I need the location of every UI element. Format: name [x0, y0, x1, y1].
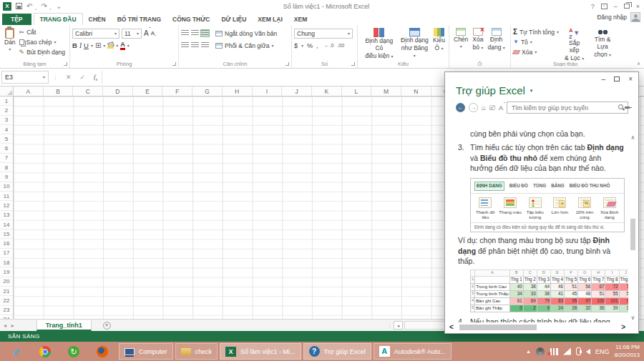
sort-filter-button[interactable]: AZ▼ Sắp xếp & Lọc ▾ [562, 27, 587, 62]
insert-function-icon[interactable]: fx [94, 73, 97, 81]
row-header[interactable]: 14 [0, 220, 13, 229]
taskbar-button[interactable]: check [175, 343, 218, 360]
dialog-launcher-icon[interactable] [64, 62, 67, 66]
taskbar-button[interactable]: Computer [119, 343, 173, 360]
taskbar-button[interactable]: Sổ làm việc1 - Mi... [220, 343, 301, 360]
signal-bars-icon[interactable] [563, 348, 571, 355]
coccoc-launcher[interactable] [59, 343, 88, 360]
column-header[interactable]: E [133, 86, 163, 96]
shrink-font-icon[interactable]: A˯ [151, 30, 157, 36]
row-header[interactable]: 3 [0, 116, 13, 125]
gallery-tab[interactable]: BẢNG [551, 183, 565, 189]
format-as-table-button[interactable]: Định dạng như Bảng ▾ [399, 27, 431, 59]
font-name-combo[interactable]: Calibri▾ [72, 29, 119, 39]
insert-cells-button[interactable]: Chèn ▾ [452, 27, 470, 49]
redo-icon[interactable]: ↷ ˯ [42, 3, 52, 10]
taskbar-button[interactable]: Trợ giúp Excel [303, 343, 371, 360]
column-header[interactable]: D [103, 86, 133, 96]
pin-icon[interactable] [625, 104, 632, 111]
show-hidden-icons-icon[interactable]: ▲ [526, 349, 531, 354]
column-header[interactable]: B [44, 86, 74, 96]
row-header[interactable]: 6 [0, 144, 13, 153]
row-header[interactable]: 2 [0, 106, 13, 115]
row-header[interactable]: 19 [0, 267, 13, 277]
row-header[interactable]: 9 [0, 172, 13, 182]
sheet-prev-icon[interactable]: ◂ ▸ [4, 322, 14, 329]
paste-button[interactable]: Dán ▾ [2, 27, 18, 52]
minimize-button[interactable]: – [614, 3, 618, 10]
increase-decimal-icon[interactable]: ←.0 [325, 43, 334, 48]
align-left-icon[interactable] [181, 42, 189, 49]
help-icon[interactable]: ? [591, 3, 595, 10]
tray-app-icon[interactable] [536, 347, 545, 356]
horizontal-scrollbar[interactable]: ⋮ ◂ [386, 321, 452, 330]
clock[interactable]: 11:08 PM 8/20/2013 [614, 344, 640, 359]
merge-center-label[interactable]: Phối & Căn giữa [225, 42, 269, 49]
taskbar-button[interactable]: Autodesk® Auto... [374, 343, 452, 360]
row-header[interactable]: 4 [0, 125, 13, 134]
font-color-icon[interactable]: A [120, 41, 125, 50]
ribbon-display-options-icon[interactable]: ^ [601, 4, 608, 9]
row-header[interactable]: 5 [0, 134, 13, 144]
speaker-icon[interactable] [586, 349, 590, 355]
ribbon-tab[interactable]: XEM LẠI [252, 14, 288, 25]
chevron-down-icon[interactable]: ▾ [530, 88, 533, 93]
scroll-thumb[interactable] [459, 325, 537, 330]
select-all-corner[interactable] [0, 86, 14, 97]
decrease-decimal-icon[interactable]: .00 [337, 43, 344, 48]
qat-customize-icon[interactable]: ⌄ [56, 3, 62, 10]
number-format-combo[interactable]: Chung▾ [294, 29, 353, 39]
currency-icon[interactable]: $ [294, 42, 298, 49]
row-header[interactable]: 15 [0, 229, 13, 239]
ribbon-tab[interactable]: XEM [288, 14, 313, 25]
row-header[interactable]: 11 [0, 192, 13, 201]
column-header[interactable]: L [342, 86, 372, 96]
align-right-icon[interactable] [201, 42, 209, 49]
print-icon[interactable]: ⎚ [489, 104, 495, 112]
autosum-button[interactable]: ΣTự Tính tổng▾ [513, 27, 559, 37]
column-header[interactable]: F [162, 86, 192, 96]
gallery-item[interactable]: 10% trên cùng [572, 197, 597, 220]
enter-icon[interactable]: ✓ [80, 74, 86, 81]
collapse-ribbon-icon[interactable]: ∧ [637, 61, 640, 66]
scroll-left-icon[interactable]: < [449, 324, 454, 331]
align-top-icon[interactable] [181, 30, 189, 36]
help-search-input[interactable] [510, 104, 618, 112]
grow-font-icon[interactable]: A [144, 29, 149, 37]
close-button[interactable]: × [628, 75, 633, 83]
row-header[interactable]: 16 [0, 239, 13, 248]
firefox-launcher[interactable] [88, 343, 117, 360]
borders-icon[interactable]: ⊞ [95, 42, 101, 49]
row-header[interactable]: 12 [0, 201, 13, 210]
italic-button[interactable]: I [79, 42, 82, 49]
cell-styles-button[interactable]: Kiểu Ô ▾ [431, 27, 447, 53]
scroll-down-icon[interactable]: ∨ [631, 315, 635, 321]
close-button[interactable]: × [636, 3, 640, 10]
chrome-launcher[interactable] [31, 343, 59, 360]
gallery-item[interactable]: Thanh dữ liệu [473, 197, 498, 220]
wrap-text-label[interactable]: Ngắt dòng Văn bản [225, 30, 277, 37]
align-center-icon[interactable] [191, 42, 199, 49]
gallery-tab[interactable]: TỔNG [533, 183, 546, 189]
column-header[interactable]: I [253, 86, 283, 96]
help-horizontal-scrollbar[interactable]: < > [449, 323, 625, 332]
column-header[interactable]: G [192, 86, 223, 96]
row-header[interactable]: 17 [0, 249, 13, 258]
gallery-item[interactable]: Xóa Định dạng [597, 197, 622, 220]
merge-center-icon[interactable] [215, 43, 223, 49]
dialog-launcher-icon[interactable] [172, 62, 176, 66]
dialog-launcher-icon[interactable] [351, 62, 355, 66]
gallery-tab[interactable]: BIỂU ĐỒ THU NHỎ [570, 183, 610, 189]
row-header[interactable]: 23 [0, 306, 13, 315]
dialog-launcher-icon[interactable] [286, 62, 289, 66]
row-header[interactable]: 20 [0, 277, 13, 287]
row-header[interactable]: 21 [0, 287, 13, 296]
clear-button[interactable]: Xóa▾ [513, 47, 559, 57]
ribbon-tab[interactable]: DỮ LIỆU [215, 14, 252, 25]
undo-icon[interactable]: ↶ ˯ [26, 3, 37, 10]
scrollbar-handle[interactable]: ⋮ [386, 322, 392, 329]
row-header[interactable]: 18 [0, 258, 13, 267]
gallery-tab[interactable]: BIỂU ĐỒ [509, 183, 528, 189]
back-icon[interactable]: ← [456, 103, 465, 112]
row-header[interactable]: 8 [0, 163, 13, 172]
